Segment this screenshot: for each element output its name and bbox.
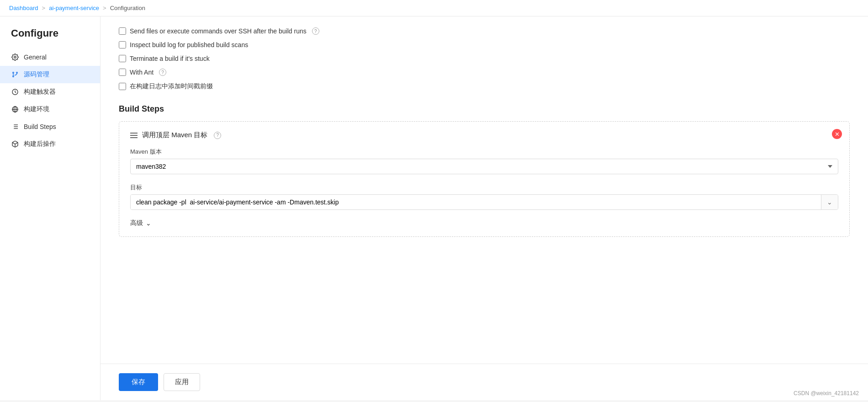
svg-point-2	[16, 72, 18, 74]
footer-actions: 保存 应用	[101, 364, 868, 400]
sidebar-item-buildsteps-label: Build Steps	[24, 123, 56, 130]
ssh-help-icon[interactable]: ?	[312, 27, 319, 35]
watermark: CSDN @weixin_42181142	[794, 390, 859, 397]
sidebar: Configure General 源码管理	[0, 16, 101, 400]
main-content: Send files or execute commands over SSH …	[101, 16, 868, 364]
step-title: 调用顶层 Maven 目标	[142, 131, 207, 139]
checkbox-ssh[interactable]	[119, 27, 126, 35]
sidebar-item-env-label: 构建环境	[24, 105, 49, 113]
checkbox-row-ant: With Ant ?	[119, 69, 850, 76]
advanced-chevron-icon: ⌄	[146, 220, 151, 227]
branch-icon	[11, 70, 19, 79]
checkbox-timestamp[interactable]	[119, 83, 126, 90]
advanced-label: 高级	[130, 219, 143, 227]
checkbox-terminate-label[interactable]: Terminate a build if it's stuck	[130, 55, 210, 62]
advanced-toggle[interactable]: 高级 ⌄	[130, 219, 838, 227]
sidebar-item-source[interactable]: 源码管理	[0, 66, 100, 83]
maven-version-select[interactable]: maven382 maven383 maven384	[130, 159, 838, 174]
checkbox-row-terminate: Terminate a build if it's stuck	[119, 55, 850, 62]
sidebar-item-buildsteps[interactable]: Build Steps	[0, 118, 100, 135]
maven-version-group: Maven 版本 maven382 maven383 maven384	[130, 148, 838, 174]
sidebar-item-general[interactable]: General	[0, 48, 100, 66]
build-step-card: 调用顶层 Maven 目标 ? ✕ Maven 版本 maven382 mave…	[119, 121, 850, 237]
sidebar-item-env[interactable]: 构建环境	[0, 101, 100, 118]
checkbox-row-ssh: Send files or execute commands over SSH …	[119, 27, 850, 35]
checkbox-terminate[interactable]	[119, 55, 126, 62]
ant-help-icon[interactable]: ?	[159, 69, 166, 76]
options-section: Send files or execute commands over SSH …	[119, 27, 850, 91]
svg-point-0	[14, 56, 16, 58]
checkbox-ssh-label[interactable]: Send files or execute commands over SSH …	[130, 27, 307, 35]
breadcrumb-sep2: >	[103, 5, 106, 11]
svg-point-1	[13, 72, 14, 74]
checkbox-row-timestamp: 在构建日志中添加时间戳前缀	[119, 82, 850, 91]
list-icon	[11, 123, 19, 131]
sidebar-item-triggers[interactable]: 构建触发器	[0, 83, 100, 101]
breadcrumb-sep1: >	[42, 5, 46, 11]
step-help-icon[interactable]: ?	[214, 132, 221, 139]
expand-button[interactable]: ⌄	[821, 195, 838, 209]
sidebar-item-postbuild[interactable]: 构建后操作	[0, 135, 100, 153]
breadcrumb-dashboard[interactable]: Dashboard	[9, 5, 38, 11]
breadcrumb: Dashboard > ai-payment-service > Configu…	[0, 0, 868, 16]
save-button[interactable]: 保存	[119, 373, 158, 391]
breadcrumb-current: Configuration	[110, 5, 145, 11]
step-header: 调用顶层 Maven 目标 ?	[130, 131, 838, 139]
clock-icon	[11, 88, 19, 96]
step-close-button[interactable]: ✕	[832, 129, 842, 139]
target-input-container: ⌄	[130, 194, 838, 210]
checkbox-inspect[interactable]	[119, 41, 126, 48]
checkbox-ant[interactable]	[119, 69, 126, 76]
hamburger-line1	[130, 133, 138, 134]
target-input[interactable]	[131, 195, 821, 209]
apply-button[interactable]: 应用	[164, 373, 200, 391]
cube-icon	[11, 140, 19, 148]
hamburger-line3	[130, 137, 138, 138]
sidebar-item-postbuild-label: 构建后操作	[24, 140, 56, 148]
checkbox-row-inspect: Inspect build log for published build sc…	[119, 41, 850, 48]
svg-point-3	[13, 76, 14, 77]
checkbox-ant-label[interactable]: With Ant	[130, 69, 153, 76]
gear-icon	[11, 53, 19, 61]
build-steps-title: Build Steps	[119, 104, 850, 114]
breadcrumb-service[interactable]: ai-payment-service	[49, 5, 99, 11]
drag-handle[interactable]	[130, 133, 138, 138]
target-group: 目标 ⌄	[130, 183, 838, 210]
target-label: 目标	[130, 183, 838, 192]
sidebar-item-general-label: General	[24, 54, 47, 61]
sidebar-item-source-label: 源码管理	[24, 70, 49, 79]
checkbox-inspect-label[interactable]: Inspect build log for published build sc…	[130, 41, 248, 48]
globe-icon	[11, 105, 19, 113]
sidebar-title: Configure	[0, 27, 100, 48]
hamburger-line2	[130, 135, 138, 136]
sidebar-item-triggers-label: 构建触发器	[24, 88, 56, 96]
checkbox-timestamp-label[interactable]: 在构建日志中添加时间戳前缀	[130, 82, 213, 91]
maven-version-label: Maven 版本	[130, 148, 838, 156]
